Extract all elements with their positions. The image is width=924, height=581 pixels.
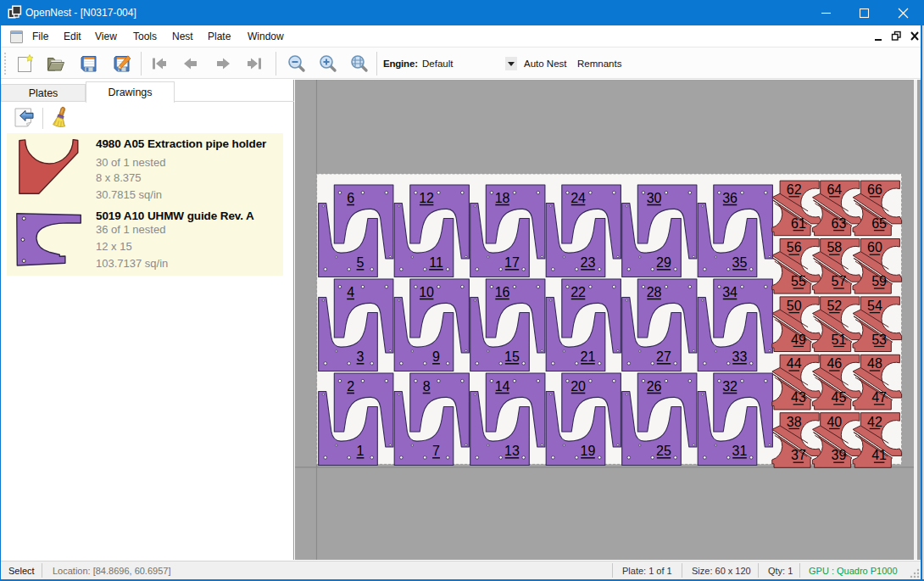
svg-text:13: 13 — [504, 444, 520, 458]
svg-text:62: 62 — [787, 182, 802, 197]
svg-text:25: 25 — [656, 444, 671, 458]
svg-text:14: 14 — [495, 379, 510, 394]
svg-text:2: 2 — [347, 379, 354, 394]
svg-text:21: 21 — [581, 349, 596, 364]
svg-text:5: 5 — [357, 255, 365, 270]
svg-text:56: 56 — [787, 240, 802, 254]
svg-text:15: 15 — [504, 349, 520, 364]
svg-text:20: 20 — [571, 379, 586, 394]
svg-text:4: 4 — [347, 285, 354, 299]
svg-text:47: 47 — [871, 390, 887, 405]
svg-text:45: 45 — [832, 390, 847, 405]
svg-text:10: 10 — [419, 285, 434, 299]
svg-text:49: 49 — [791, 332, 806, 347]
svg-text:54: 54 — [867, 299, 882, 313]
svg-text:17: 17 — [504, 255, 520, 270]
svg-text:33: 33 — [732, 349, 748, 364]
svg-text:42: 42 — [867, 415, 882, 429]
svg-text:30: 30 — [647, 191, 662, 205]
svg-text:63: 63 — [832, 216, 847, 231]
svg-text:9: 9 — [432, 349, 440, 364]
svg-text:24: 24 — [571, 191, 586, 205]
svg-text:52: 52 — [827, 299, 842, 313]
svg-text:65: 65 — [871, 216, 887, 231]
svg-text:66: 66 — [867, 182, 882, 197]
svg-text:12: 12 — [419, 191, 434, 205]
svg-text:1: 1 — [357, 444, 365, 458]
svg-text:40: 40 — [827, 415, 842, 429]
svg-text:39: 39 — [832, 448, 847, 462]
svg-text:29: 29 — [656, 255, 671, 270]
svg-text:58: 58 — [827, 240, 842, 254]
svg-text:37: 37 — [791, 448, 806, 462]
svg-text:43: 43 — [791, 390, 806, 405]
svg-text:53: 53 — [871, 332, 887, 347]
svg-text:31: 31 — [732, 444, 748, 458]
svg-text:64: 64 — [827, 182, 842, 197]
svg-text:18: 18 — [495, 191, 510, 205]
svg-text:16: 16 — [495, 285, 510, 299]
svg-text:41: 41 — [871, 448, 887, 462]
svg-text:38: 38 — [787, 415, 802, 429]
svg-text:34: 34 — [722, 285, 738, 299]
svg-text:36: 36 — [722, 191, 738, 205]
svg-text:8: 8 — [423, 379, 431, 394]
svg-text:48: 48 — [867, 356, 882, 371]
svg-text:46: 46 — [827, 356, 842, 371]
svg-text:27: 27 — [656, 349, 671, 364]
svg-text:50: 50 — [787, 299, 802, 313]
svg-text:28: 28 — [647, 285, 662, 299]
svg-text:32: 32 — [722, 379, 738, 394]
svg-text:23: 23 — [581, 255, 596, 270]
svg-text:61: 61 — [791, 216, 806, 231]
svg-text:57: 57 — [832, 274, 847, 288]
svg-text:7: 7 — [432, 444, 440, 458]
svg-text:51: 51 — [832, 332, 847, 347]
svg-text:44: 44 — [787, 356, 802, 371]
svg-text:60: 60 — [867, 240, 882, 254]
svg-text:26: 26 — [647, 379, 662, 394]
svg-text:3: 3 — [357, 349, 365, 364]
svg-text:35: 35 — [732, 255, 748, 270]
svg-text:55: 55 — [791, 274, 806, 288]
svg-text:19: 19 — [581, 444, 596, 458]
svg-text:11: 11 — [429, 255, 443, 270]
svg-text:59: 59 — [871, 274, 887, 288]
svg-text:6: 6 — [347, 191, 354, 205]
svg-text:22: 22 — [571, 285, 586, 299]
